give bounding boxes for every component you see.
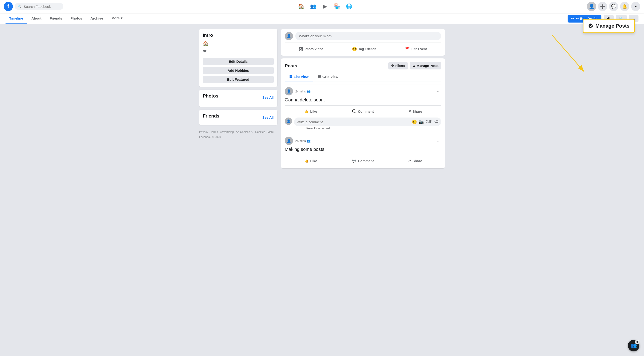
life-event-button[interactable]: 🚩 Life Event xyxy=(402,45,430,53)
edit-details-button[interactable]: Edit Details xyxy=(203,58,274,65)
composer-top: 👤 What's on your mind? xyxy=(285,32,441,40)
manage-posts-callout[interactable]: ⚙ Manage Posts xyxy=(583,19,635,33)
tab-about[interactable]: About xyxy=(28,13,45,24)
comment-input-wrap-1[interactable]: 🙂 📷 GIF 🏷 xyxy=(294,117,441,126)
photos-see-all[interactable]: See All xyxy=(262,95,274,99)
manage-posts-gear-icon: ⚙ xyxy=(412,64,416,68)
filters-button[interactable]: ⚙ Filters xyxy=(388,62,408,69)
post-2-share-btn[interactable]: ↗ Share xyxy=(389,157,441,165)
posts-title: Posts xyxy=(285,63,297,68)
like-icon-1: 👍 xyxy=(304,109,309,113)
post-1-meta: 24 mins 👥 xyxy=(295,90,431,93)
tab-archive[interactable]: Archive xyxy=(87,13,107,24)
post-2-comment-btn[interactable]: 💬 Comment xyxy=(337,157,389,165)
heart-icon: ❤ xyxy=(203,48,207,54)
photo-video-icon: 🖼 xyxy=(299,47,303,51)
photos-title: Photos xyxy=(203,93,218,99)
post-item-2: 👤 25 mins 👥 ··· Making some posts. 👍 Li xyxy=(285,134,441,165)
search-icon: 🔍 xyxy=(18,4,22,8)
nav-groups-btn[interactable]: 🌐 xyxy=(344,1,355,12)
nav-center-icons: 🏠 👥 ▶ 🏪 🌐 xyxy=(65,1,585,12)
filters-icon: ⚙ xyxy=(391,64,394,68)
post-2-avatar: 👤 xyxy=(285,137,293,145)
post-1-header: 👤 24 mins 👥 ··· xyxy=(285,87,441,95)
nav-marketplace-btn[interactable]: 🏪 xyxy=(332,1,343,12)
tab-list-view[interactable]: ☰ List View xyxy=(285,72,313,81)
composer-actions: 🖼 Photo/Video 😊 Tag Friends 🚩 Life Event xyxy=(285,42,441,53)
comment-avatar-1: 👤 xyxy=(285,117,292,125)
post-2-header: 👤 25 mins 👥 ··· xyxy=(285,137,441,145)
facebook-logo[interactable]: f xyxy=(4,2,13,11)
friends-header: Friends See All xyxy=(203,113,274,121)
tab-timeline[interactable]: Timeline xyxy=(6,13,27,24)
list-view-icon: ☰ xyxy=(289,74,292,79)
gif-icon-1[interactable]: GIF xyxy=(426,119,432,124)
nav-video-btn[interactable]: ▶ xyxy=(320,1,331,12)
search-input[interactable] xyxy=(24,4,60,8)
life-event-icon: 🚩 xyxy=(405,46,410,51)
camera-icon-1[interactable]: 📷 xyxy=(419,119,424,124)
view-tabs: ☰ List View ▦ Grid View xyxy=(285,72,441,81)
notifications-btn[interactable]: 🔔 xyxy=(620,2,629,11)
messenger-btn[interactable]: 💬 xyxy=(609,2,618,11)
intro-title: Intro xyxy=(203,33,274,38)
comment-input-1[interactable] xyxy=(297,120,412,124)
dropdown-btn[interactable]: ▾ xyxy=(631,2,640,11)
tag-friends-button[interactable]: 😊 Tag Friends xyxy=(349,45,379,53)
search-bar[interactable]: 🔍 xyxy=(15,3,63,10)
composer-input[interactable]: What's on your mind? xyxy=(295,32,441,40)
tab-friends[interactable]: Friends xyxy=(46,13,66,24)
tab-photos[interactable]: Photos xyxy=(67,13,86,24)
press-enter-1: Press Enter to post. xyxy=(294,127,441,130)
tag-friends-icon: 😊 xyxy=(352,46,357,51)
nav-friends-btn[interactable]: 👥 xyxy=(308,1,319,12)
post-1-time: 24 mins 👥 xyxy=(295,90,431,93)
post-1-comment-btn[interactable]: 💬 Comment xyxy=(337,107,389,115)
post-1-more-btn[interactable]: ··· xyxy=(434,88,441,95)
intro-home-row: 🏠 xyxy=(203,41,274,46)
post-1-comment-area: 👤 🙂 📷 GIF 🏷 Press Enter to xyxy=(285,115,441,132)
friends-title: Friends xyxy=(203,113,219,119)
post-1-like-btn[interactable]: 👍 Like xyxy=(285,107,337,115)
post-2-actions: 👍 Like 💬 Comment ↗ Share xyxy=(285,155,441,165)
composer-avatar: 👤 xyxy=(285,32,293,40)
friends-card: Friends See All xyxy=(199,110,277,125)
photos-card: Photos See All xyxy=(199,90,277,107)
home-icon: 🏠 xyxy=(203,41,208,46)
left-column: Intro 🏠 ❤ Edit Details Add Hobbies Edit … xyxy=(199,29,277,141)
post-1-share-btn[interactable]: ↗ Share xyxy=(389,107,441,115)
post-item-1: 👤 24 mins 👥 ··· Gonna delete soon. 👍 Li xyxy=(285,84,441,132)
post-2-meta: 25 mins 👥 xyxy=(295,139,431,143)
edit-icon: ✏ xyxy=(571,16,574,21)
post-1-actions: 👍 Like 💬 Comment ↗ Share xyxy=(285,105,441,115)
photo-video-button[interactable]: 🖼 Photo/Video xyxy=(296,45,326,53)
right-column: 👤 What's on your mind? 🖼 Photo/Video 😊 T… xyxy=(281,29,445,168)
post-composer: 👤 What's on your mind? 🖼 Photo/Video 😊 T… xyxy=(281,29,445,56)
manage-posts-button[interactable]: ⚙ Manage Posts xyxy=(410,62,441,69)
friends-see-all[interactable]: See All xyxy=(262,115,274,119)
emoji-icon-1[interactable]: 🙂 xyxy=(412,119,417,124)
posts-section: Posts ⚙ Filters ⚙ Manage Posts ☰ List Vi… xyxy=(281,58,445,168)
post-2-more-btn[interactable]: ··· xyxy=(434,137,441,144)
facebook-logo-f: f xyxy=(7,3,9,9)
avatar-icon: 👤 xyxy=(589,4,594,9)
comment-icon-2: 💬 xyxy=(352,159,356,163)
nav-home-btn[interactable]: 🏠 xyxy=(296,1,307,12)
audience-icon-2: 👥 xyxy=(307,139,310,143)
post-2-avatar-icon: 👤 xyxy=(286,139,291,143)
top-nav: f 🔍 🏠 👥 ▶ 🏪 🌐 👤 ➕ 💬 🔔 ▾ xyxy=(0,0,644,13)
user-avatar-nav[interactable]: 👤 xyxy=(587,2,596,11)
comment-icons-1: 🙂 📷 GIF 🏷 xyxy=(412,119,438,124)
add-hobbies-button[interactable]: Add Hobbies xyxy=(203,67,274,74)
edit-featured-button[interactable]: Edit Featured xyxy=(203,76,274,83)
intro-card: Intro 🏠 ❤ Edit Details Add Hobbies Edit … xyxy=(199,29,277,87)
nav-right: 👤 ➕ 💬 🔔 ▾ xyxy=(587,2,640,11)
tab-grid-view[interactable]: ▦ Grid View xyxy=(313,72,343,81)
callout-label: Manage Posts xyxy=(596,23,630,29)
tab-more[interactable]: More ▾ xyxy=(108,13,126,24)
post-2-like-btn[interactable]: 👍 Like xyxy=(285,157,337,165)
sticker-icon-1[interactable]: 🏷 xyxy=(434,119,438,124)
comment-icon-1: 💬 xyxy=(352,109,356,113)
add-btn[interactable]: ➕ xyxy=(598,2,607,11)
share-icon-1: ↗ xyxy=(408,109,411,113)
